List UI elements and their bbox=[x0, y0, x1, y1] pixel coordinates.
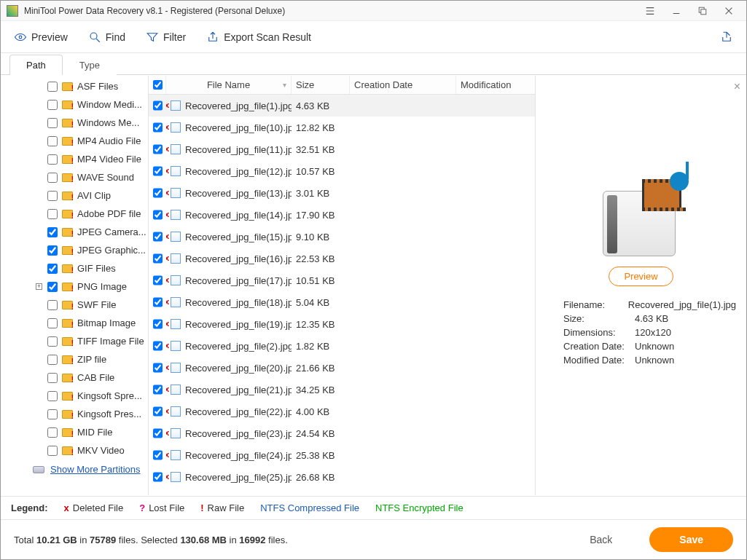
file-row[interactable]: Recovered_jpg_file(20).jpg21.66 KB bbox=[149, 357, 535, 379]
file-row[interactable]: Recovered_jpg_file(18).jpg5.04 KB bbox=[149, 291, 535, 313]
tree-checkbox[interactable] bbox=[47, 154, 58, 165]
file-row[interactable]: Recovered_jpg_file(25).jpg26.68 KB bbox=[149, 466, 535, 488]
back-button[interactable]: Back bbox=[560, 527, 642, 552]
tree-checkbox[interactable] bbox=[47, 136, 58, 146]
tree-checkbox[interactable] bbox=[47, 209, 58, 219]
file-row[interactable]: Recovered_jpg_file(22).jpg4.00 KB bbox=[149, 401, 535, 422]
preview-toolbar-button[interactable]: Preview bbox=[14, 31, 68, 44]
column-creation-date[interactable]: Creation Date bbox=[350, 76, 456, 94]
show-more-partitions[interactable]: Show More Partitions bbox=[1, 460, 148, 479]
file-checkbox[interactable] bbox=[153, 144, 163, 154]
file-checkbox[interactable] bbox=[153, 363, 163, 373]
tree-item[interactable]: JPEG Graphic... bbox=[1, 241, 148, 259]
tree-checkbox[interactable] bbox=[47, 82, 58, 92]
file-checkbox[interactable] bbox=[153, 406, 163, 417]
close-preview-icon[interactable]: × bbox=[734, 80, 740, 93]
file-checkbox[interactable] bbox=[153, 188, 163, 198]
tree-item[interactable]: Adobe PDF file bbox=[1, 205, 148, 223]
file-checkbox[interactable] bbox=[153, 166, 163, 176]
file-row[interactable]: Recovered_jpg_file(14).jpg17.90 KB bbox=[149, 204, 535, 226]
file-row[interactable]: Recovered_jpg_file(11).jpg32.51 KB bbox=[149, 138, 535, 160]
tree-item[interactable]: JPEG Camera... bbox=[1, 223, 148, 241]
minimize-button[interactable] bbox=[663, 1, 689, 21]
tree-checkbox[interactable] bbox=[47, 118, 58, 128]
tree-item[interactable]: MKV Video bbox=[1, 441, 148, 460]
maximize-button[interactable] bbox=[689, 1, 716, 21]
file-rows[interactable]: Recovered_jpg_file(1).jpg4.63 KBRecovere… bbox=[149, 95, 535, 495]
tree-checkbox[interactable] bbox=[47, 173, 58, 183]
tree-checkbox[interactable] bbox=[47, 391, 58, 401]
file-row[interactable]: Recovered_jpg_file(21).jpg34.25 KB bbox=[149, 379, 535, 401]
file-checkbox[interactable] bbox=[153, 450, 163, 460]
export-toolbar-button[interactable]: Export Scan Result bbox=[206, 31, 311, 44]
tree-checkbox[interactable] bbox=[47, 191, 58, 201]
tree-item[interactable]: ZIP file bbox=[1, 350, 148, 368]
tree-item[interactable]: MP4 Audio File bbox=[1, 132, 148, 150]
expand-icon[interactable]: + bbox=[36, 283, 42, 290]
file-checkbox[interactable] bbox=[153, 472, 163, 482]
file-checkbox[interactable] bbox=[153, 253, 163, 264]
tree-item[interactable]: MP4 Video File bbox=[1, 150, 148, 168]
menu-button[interactable] bbox=[637, 1, 663, 21]
file-row[interactable]: Recovered_jpg_file(23).jpg24.54 KB bbox=[149, 422, 535, 444]
tree-checkbox[interactable] bbox=[47, 227, 58, 237]
file-row[interactable]: Recovered_jpg_file(24).jpg25.38 KB bbox=[149, 444, 535, 466]
tree-item[interactable]: Kingsoft Spre... bbox=[1, 387, 148, 405]
tree-item[interactable]: AVI Clip bbox=[1, 186, 148, 205]
file-row[interactable]: Recovered_jpg_file(2).jpg1.82 KB bbox=[149, 335, 535, 357]
tree-item[interactable]: MID File bbox=[1, 423, 148, 441]
tab-path[interactable]: Path bbox=[9, 55, 63, 75]
file-checkbox[interactable] bbox=[153, 210, 163, 220]
file-row[interactable]: Recovered_jpg_file(15).jpg9.10 KB bbox=[149, 226, 535, 248]
sidebar-tree[interactable]: ASF FilesWindow Medi...Windows Me...MP4 … bbox=[1, 76, 149, 495]
tree-checkbox[interactable] bbox=[47, 300, 58, 310]
share-toolbar-button[interactable] bbox=[720, 31, 733, 44]
tree-item[interactable]: Windows Me... bbox=[1, 114, 148, 132]
tree-item[interactable]: TIFF Image File bbox=[1, 332, 148, 350]
file-row[interactable]: Recovered_jpg_file(19).jpg12.35 KB bbox=[149, 313, 535, 335]
filter-toolbar-button[interactable]: Filter bbox=[146, 31, 186, 44]
tree-checkbox[interactable] bbox=[47, 264, 58, 274]
tree-item[interactable]: Window Medi... bbox=[1, 95, 148, 114]
file-checkbox[interactable] bbox=[153, 100, 163, 111]
tree-item[interactable]: SWF File bbox=[1, 296, 148, 314]
file-checkbox[interactable] bbox=[153, 341, 163, 351]
tree-item[interactable]: ASF Files bbox=[1, 77, 148, 95]
tree-item[interactable]: CAB File bbox=[1, 368, 148, 387]
tree-checkbox[interactable] bbox=[47, 100, 58, 110]
file-checkbox[interactable] bbox=[153, 428, 163, 438]
column-size[interactable]: Size bbox=[292, 76, 350, 94]
tree-checkbox[interactable] bbox=[47, 373, 58, 383]
preview-button[interactable]: Preview bbox=[609, 267, 673, 286]
tree-checkbox[interactable] bbox=[47, 427, 58, 438]
tree-checkbox[interactable] bbox=[47, 245, 58, 256]
file-row[interactable]: Recovered_jpg_file(10).jpg12.82 KB bbox=[149, 117, 535, 138]
file-row[interactable]: Recovered_jpg_file(12).jpg10.57 KB bbox=[149, 160, 535, 182]
find-toolbar-button[interactable]: Find bbox=[88, 31, 125, 44]
file-row[interactable]: Recovered_jpg_file(16).jpg22.53 KB bbox=[149, 248, 535, 269]
tab-type[interactable]: Type bbox=[63, 55, 117, 75]
close-button[interactable] bbox=[716, 1, 742, 21]
tree-checkbox[interactable] bbox=[47, 336, 58, 347]
file-checkbox[interactable] bbox=[153, 232, 163, 242]
tree-item[interactable]: WAVE Sound bbox=[1, 168, 148, 186]
tree-item[interactable]: GIF Files bbox=[1, 259, 148, 277]
save-button[interactable]: Save bbox=[649, 527, 733, 552]
file-row[interactable]: Recovered_jpg_file(17).jpg10.51 KB bbox=[149, 269, 535, 291]
tree-checkbox[interactable] bbox=[47, 318, 58, 328]
file-checkbox[interactable] bbox=[153, 122, 163, 133]
file-checkbox[interactable] bbox=[153, 319, 163, 329]
tree-item[interactable]: +PNG Image bbox=[1, 277, 148, 296]
file-checkbox[interactable] bbox=[153, 384, 163, 395]
file-checkbox[interactable] bbox=[153, 275, 163, 285]
tree-item[interactable]: Kingsoft Pres... bbox=[1, 405, 148, 423]
column-modification[interactable]: Modification bbox=[456, 76, 535, 94]
file-row[interactable]: Recovered_jpg_file(1).jpg4.63 KB bbox=[149, 95, 535, 117]
column-filename[interactable]: File Name▾ bbox=[166, 76, 292, 94]
tree-checkbox[interactable] bbox=[47, 446, 58, 456]
show-more-link[interactable]: Show More Partitions bbox=[50, 464, 141, 475]
file-checkbox[interactable] bbox=[153, 297, 163, 307]
select-all-checkbox[interactable] bbox=[149, 76, 166, 94]
file-row[interactable]: Recovered_jpg_file(13).jpg3.01 KB bbox=[149, 182, 535, 204]
tree-checkbox[interactable] bbox=[47, 355, 58, 365]
